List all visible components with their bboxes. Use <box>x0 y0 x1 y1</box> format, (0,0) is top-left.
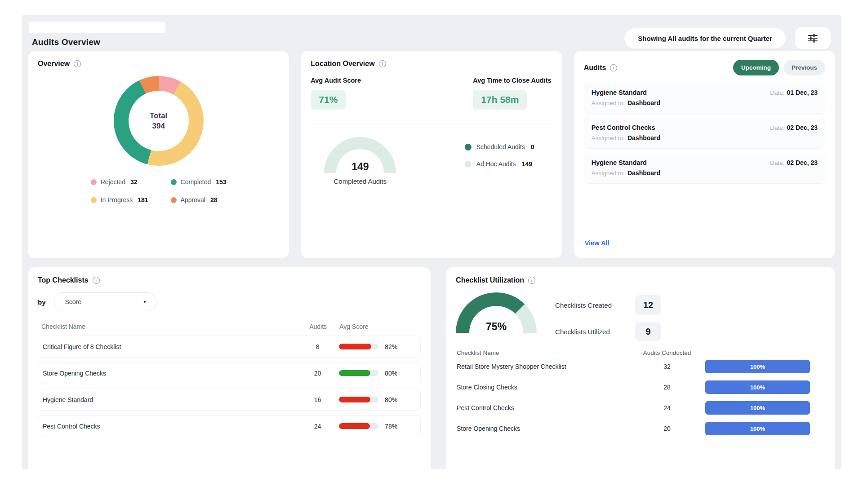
utilization-stats: Checklists Created 12 Checklists Utilize… <box>555 295 661 341</box>
score-bar-fill <box>339 423 370 429</box>
approval-dot-icon <box>171 197 177 203</box>
legend-label: Scheduled Audits <box>476 143 525 150</box>
date-label: Date: <box>770 89 784 96</box>
col-avg-score: Avg Score <box>339 323 418 330</box>
audit-assignee: Assigned to:Dashboard <box>592 169 818 177</box>
legend-value: 28 <box>210 196 218 203</box>
audit-list-item[interactable]: Hygiene Standard Date:02 Dec, 23 Assigne… <box>584 153 825 184</box>
page-header: Audits Overview Showing All audits for t… <box>22 15 841 47</box>
utilization-row: Retail Store Mystery Shopper Checklist 3… <box>456 356 825 377</box>
avg-audit-score-value: 71% <box>311 90 346 110</box>
info-icon[interactable]: i <box>74 60 81 67</box>
breadcrumb-placeholder <box>29 22 165 33</box>
utilization-bar: 100% <box>705 380 810 394</box>
score-bar-fill <box>339 397 370 402</box>
checklist-audits: 8 <box>296 343 339 350</box>
tab-upcoming[interactable]: Upcoming <box>733 60 779 75</box>
legend-item-in-progress: In Progress 181 <box>91 196 148 203</box>
filter-settings-button[interactable] <box>795 27 831 49</box>
col-utilization <box>705 349 824 356</box>
legend-value: 181 <box>138 196 148 203</box>
audits-conducted: 28 <box>629 384 705 391</box>
audit-date: Date:01 Dec, 23 <box>770 89 818 96</box>
legend-value: 149 <box>522 160 532 168</box>
audits-conducted: 24 <box>629 404 705 411</box>
audit-name: Hygiene Standard <box>592 159 647 166</box>
completed-dot-icon <box>171 179 177 185</box>
checklist-audits: 16 <box>296 396 339 403</box>
audit-list-item[interactable]: Hygiene Standard Date:01 Dec, 23 Assigne… <box>584 83 825 114</box>
checklists-created-value: 12 <box>635 295 661 315</box>
dashboard-panel: Audits Overview Showing All audits for t… <box>22 15 841 469</box>
legend-item-rejected: Rejected 32 <box>91 178 148 186</box>
avg-time-stat: Avg Time to Close Audits 17h 58m <box>473 77 551 110</box>
info-icon[interactable]: i <box>528 277 535 284</box>
checklists-utilized-label: Checklists Utilized <box>555 328 635 336</box>
audit-assignee: Assigned to:Dashboard <box>592 134 818 141</box>
audit-name: Pest Control Checks <box>592 124 655 131</box>
checklist-utilization-card: Checklist Utilization i 75% Checklists C… <box>446 267 835 469</box>
legend-value: 0 <box>531 143 534 150</box>
location-overview-card: Location Overview i Avg Audit Score 71% … <box>301 51 562 258</box>
legend-item-completed: Completed 153 <box>171 178 227 186</box>
top-checklists-title: Top Checklists <box>38 276 89 284</box>
audits-tabs: Upcoming Previous <box>733 60 825 75</box>
tab-previous[interactable]: Previous <box>783 60 825 75</box>
checklist-score: 80% <box>339 396 418 403</box>
checklist-row: Pest Control Checks 24 78% <box>38 415 421 437</box>
checklist-table-body: Critical Figure of 8 Checklist 8 82% Sto… <box>38 336 421 437</box>
score-bar-track <box>339 423 378 429</box>
audits-conducted: 32 <box>629 363 705 370</box>
sort-by-dropdown[interactable]: Score ▼ <box>54 292 156 311</box>
by-label: by <box>38 298 46 306</box>
legend-label: Rejected <box>101 178 125 186</box>
date-value: 02 Dec, 23 <box>787 124 818 131</box>
location-legend: Scheduled Audits 0 Ad Hoc Audits 149 <box>465 143 534 168</box>
score-percent: 78% <box>385 423 397 430</box>
checklists-created-stat: Checklists Created 12 <box>555 295 661 315</box>
date-value: 02 Dec, 23 <box>787 159 818 166</box>
checklist-score: 80% <box>339 370 418 377</box>
col-audits: Audits <box>297 323 339 330</box>
filter-summary-pill[interactable]: Showing All audits for the current Quart… <box>624 28 786 49</box>
donut-center: Total 394 <box>129 91 189 151</box>
checklist-row: Store Opening Checks 20 80% <box>38 362 421 384</box>
sort-by-value: Score <box>65 298 82 305</box>
checklist-utilization-title: Checklist Utilization <box>456 276 524 284</box>
assigned-label: Assigned to: <box>592 170 625 177</box>
score-percent: 80% <box>385 396 397 403</box>
info-icon[interactable]: i <box>610 64 617 71</box>
info-icon[interactable]: i <box>379 60 386 67</box>
checklist-name: Pest Control Checks <box>457 404 629 411</box>
view-all-link[interactable]: View All <box>585 239 609 247</box>
completed-audits-gauge-chart: 149 <box>324 137 396 173</box>
checklist-row: Critical Figure of 8 Checklist 8 82% <box>38 336 421 358</box>
info-icon[interactable]: i <box>93 277 100 284</box>
audits-card-title: Audits <box>584 64 606 72</box>
checklists-created-label: Checklists Created <box>555 301 635 309</box>
avg-audit-score-label: Avg Audit Score <box>311 77 361 84</box>
audits-card: Audits i Upcoming Previous Hygiene Stand… <box>574 51 835 258</box>
avg-time-label: Avg Time to Close Audits <box>473 77 551 84</box>
audit-list-item[interactable]: Pest Control Checks Date:02 Dec, 23 Assi… <box>584 118 825 149</box>
audit-name: Hygiene Standard <box>592 89 647 96</box>
checklist-table-header: Checklist Name Audits Avg Score <box>38 323 421 330</box>
divider <box>311 124 552 124</box>
utilization-gauge-block: 75% <box>456 291 548 333</box>
score-percent: 82% <box>385 343 397 350</box>
checklist-score: 78% <box>339 423 418 430</box>
legend-item-approval: Approval 28 <box>171 196 227 203</box>
assigned-label: Assigned to: <box>592 135 625 141</box>
utilization-gauge-chart: 75% <box>456 292 537 333</box>
ad-hoc-audits-dot-icon <box>465 161 472 168</box>
score-bar-track <box>339 344 378 349</box>
audit-date: Date:02 Dec, 23 <box>770 159 818 166</box>
date-value: 01 Dec, 23 <box>787 89 818 96</box>
overview-card-title: Overview <box>38 60 70 68</box>
checklist-row: Hygiene Standard 16 80% <box>38 389 421 411</box>
utilization-row: Store Closing Checks 28 100% <box>456 377 825 398</box>
score-bar-track <box>339 370 378 376</box>
checklist-audits: 24 <box>296 423 339 430</box>
audit-status-donut-chart: Total 394 <box>114 76 204 166</box>
checklists-utilized-value: 9 <box>635 322 661 341</box>
